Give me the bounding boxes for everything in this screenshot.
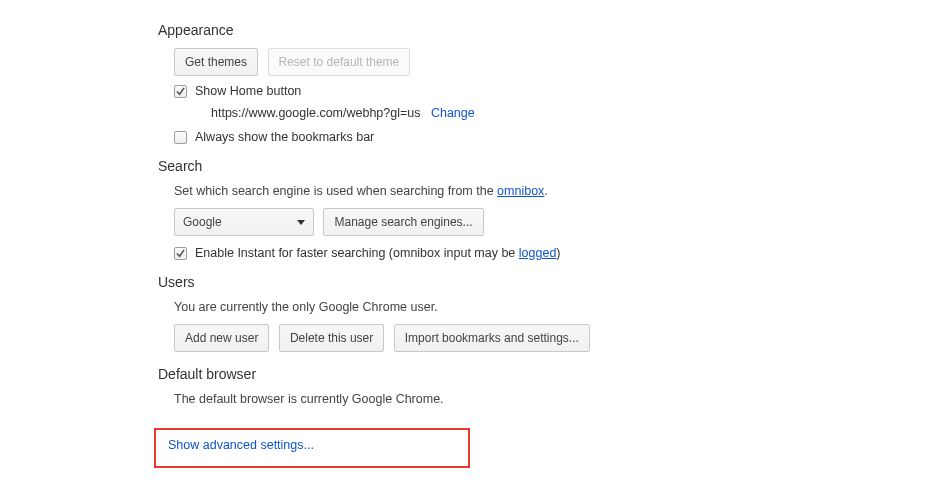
show-advanced-settings-link[interactable]: Show advanced settings... bbox=[168, 438, 314, 452]
chevron-down-icon bbox=[297, 220, 305, 225]
delete-user-button[interactable]: Delete this user bbox=[279, 324, 384, 352]
bookmarks-bar-label: Always show the bookmarks bar bbox=[195, 130, 374, 144]
get-themes-button[interactable]: Get themes bbox=[174, 48, 258, 76]
omnibox-link[interactable]: omnibox bbox=[497, 184, 544, 198]
logged-link[interactable]: logged bbox=[519, 246, 557, 260]
enable-instant-suffix: ) bbox=[556, 246, 560, 260]
section-title-users: Users bbox=[158, 274, 940, 290]
show-home-label: Show Home button bbox=[195, 84, 301, 98]
change-home-link[interactable]: Change bbox=[431, 106, 475, 120]
advanced-highlight-box: Show advanced settings... bbox=[154, 428, 470, 468]
section-title-appearance: Appearance bbox=[158, 22, 940, 38]
manage-search-engines-button[interactable]: Manage search engines... bbox=[323, 208, 483, 236]
check-icon bbox=[176, 249, 185, 258]
home-url-text: https://www.google.com/webhp?gl=us bbox=[211, 106, 421, 120]
default-browser-status: The default browser is currently Google … bbox=[174, 392, 940, 406]
check-icon bbox=[176, 87, 185, 96]
reset-theme-button: Reset to default theme bbox=[268, 48, 411, 76]
enable-instant-prefix: Enable Instant for faster searching (omn… bbox=[195, 246, 519, 260]
add-user-button[interactable]: Add new user bbox=[174, 324, 269, 352]
import-bookmarks-button[interactable]: Import bookmarks and settings... bbox=[394, 324, 590, 352]
search-desc-prefix: Set which search engine is used when sea… bbox=[174, 184, 497, 198]
section-title-default-browser: Default browser bbox=[158, 366, 940, 382]
users-status-text: You are currently the only Google Chrome… bbox=[174, 300, 940, 314]
section-title-search: Search bbox=[158, 158, 940, 174]
search-desc-suffix: . bbox=[544, 184, 547, 198]
bookmarks-bar-checkbox[interactable] bbox=[174, 131, 187, 144]
search-engine-value: Google bbox=[183, 213, 222, 231]
search-engine-select[interactable]: Google bbox=[174, 208, 314, 236]
show-home-checkbox[interactable] bbox=[174, 85, 187, 98]
enable-instant-checkbox[interactable] bbox=[174, 247, 187, 260]
